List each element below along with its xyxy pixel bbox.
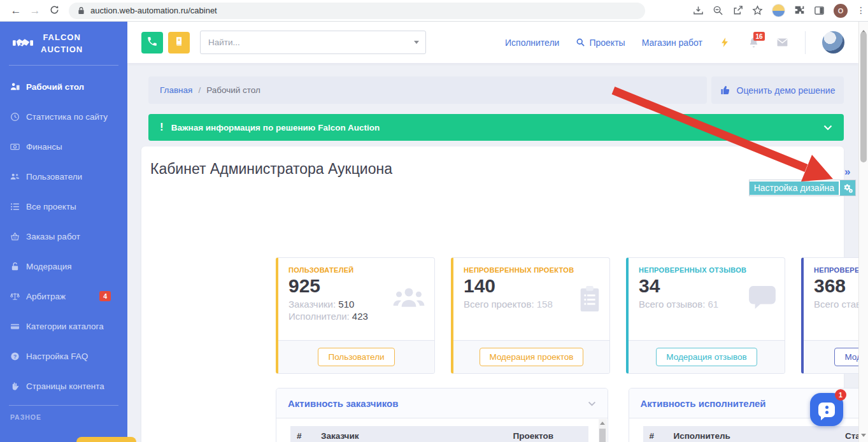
help-widget-peek[interactable] bbox=[76, 437, 136, 442]
zoom-out-icon[interactable] bbox=[713, 5, 723, 16]
sidebar-item-users[interactable]: Пользователи bbox=[0, 162, 127, 192]
rate-demo-label: Оценить демо решение bbox=[737, 85, 836, 96]
notifications-count-badge: 16 bbox=[753, 32, 765, 41]
hand-icon bbox=[10, 381, 20, 391]
mail-icon[interactable] bbox=[776, 36, 788, 48]
stat-card-unverified-bids: НЕПРОВЕРЕННЫХ СТАВОК 368 Всего ставок: 3… bbox=[801, 257, 858, 374]
rate-demo-button[interactable]: Оценить демо решение bbox=[711, 76, 844, 104]
sidebar-item-site-stats[interactable]: Статистика по сайту bbox=[0, 102, 127, 132]
design-settings-tooltip[interactable]: Настройка дизайна bbox=[750, 180, 855, 196]
brand[interactable]: FALCON AUCTION bbox=[0, 22, 127, 65]
browser-profile-avatar[interactable]: O bbox=[834, 4, 848, 18]
gears-icon[interactable] bbox=[840, 180, 855, 196]
chat-bubble-icon bbox=[818, 403, 835, 417]
thumb-up-icon bbox=[720, 85, 731, 96]
chevron-down-icon[interactable] bbox=[823, 122, 832, 133]
chevron-down-icon[interactable] bbox=[588, 397, 596, 409]
sidebar-item-label: Настройка FAQ bbox=[26, 352, 88, 361]
lightning-icon[interactable] bbox=[719, 36, 731, 48]
install-icon[interactable] bbox=[693, 5, 704, 16]
scrollbar-thumb[interactable] bbox=[599, 429, 606, 442]
column-header: Заказчик bbox=[315, 426, 507, 442]
nav-link-projects[interactable]: Проекты bbox=[576, 38, 625, 48]
search-icon bbox=[576, 38, 585, 47]
scroll-up-icon[interactable] bbox=[599, 419, 607, 427]
sidebar-item-catalog-categories[interactable]: Категории каталога bbox=[0, 311, 127, 341]
list-icon bbox=[10, 202, 20, 211]
important-info-banner[interactable]: ! Важная информация по решению Falcon Au… bbox=[148, 114, 844, 141]
design-settings-label: Настройка дизайна bbox=[750, 182, 839, 195]
stat-card-body: НЕПРОВЕРЕННЫХ СТАВОК 368 Всего ставок: 3… bbox=[804, 258, 858, 340]
basket-icon bbox=[10, 232, 20, 241]
topbar-divider bbox=[805, 31, 806, 54]
handbook-button[interactable] bbox=[168, 32, 190, 53]
sidebar-item-arbitration[interactable]: Арбитраж 4 bbox=[0, 282, 127, 311]
book-icon bbox=[174, 36, 184, 49]
review-moderation-button[interactable]: Модерация отзывов bbox=[656, 348, 757, 366]
sidebar-item-work-orders[interactable]: Заказы работ bbox=[0, 222, 127, 252]
nav-link-executors[interactable]: Исполнители bbox=[505, 38, 559, 48]
stat-card-unverified-projects: НЕПРОВЕРЕННЫХ ПРОЕКТОВ 140 Всего проекто… bbox=[451, 257, 610, 374]
stat-card-body: НЕПРОВЕРЕННЫХ ПРОЕКТОВ 140 Всего проекто… bbox=[453, 258, 609, 340]
chevron-down-icon[interactable] bbox=[414, 41, 419, 44]
extensions-puzzle-icon[interactable] bbox=[794, 5, 805, 16]
stat-value: 368 bbox=[814, 275, 858, 297]
arbitration-count-badge: 4 bbox=[99, 291, 111, 301]
browser-back-icon[interactable]: ← bbox=[6, 4, 25, 17]
sidebar-item-label: Категории каталога bbox=[26, 322, 104, 331]
scrollbar-thumb[interactable] bbox=[860, 32, 867, 162]
customer-activity-table: # Заказчик Проектов 1 Смирнов Илья Васил… bbox=[290, 426, 588, 442]
sidebar-item-label: Финансы bbox=[26, 142, 62, 152]
column-header: # bbox=[290, 426, 315, 442]
browser-forward-icon[interactable]: → bbox=[25, 4, 45, 17]
nav-link-work-shop[interactable]: Магазин работ bbox=[642, 38, 702, 48]
sidebar-item-label: Модерация bbox=[26, 262, 72, 271]
column-header: Исполнитель bbox=[667, 426, 839, 442]
project-moderation-button[interactable]: Модерация проектов bbox=[480, 348, 584, 366]
notifications-bell-icon[interactable]: 16 bbox=[748, 36, 760, 48]
users-icon bbox=[10, 172, 20, 182]
share-icon[interactable] bbox=[732, 5, 743, 16]
chat-widget-button[interactable]: 1 bbox=[810, 393, 843, 426]
sidebar-item-label: Все проекты bbox=[26, 202, 76, 211]
sidebar-item-finances[interactable]: Финансы bbox=[0, 132, 127, 162]
page-scrollbar[interactable] bbox=[858, 22, 868, 442]
search-input[interactable] bbox=[208, 38, 414, 47]
stat-card-body: НЕПРОВЕРЕННЫХ ОТЗЫВОВ 34 Всего отзывов: … bbox=[629, 258, 785, 340]
sidebar-section-misc: РАЗНОЕ bbox=[0, 406, 127, 424]
breadcrumb-home-link[interactable]: Главная bbox=[160, 85, 192, 95]
executor-activity-table: # Исполнитель Ставок на проекты 1 Ивченк… bbox=[643, 426, 859, 442]
phone-button[interactable] bbox=[141, 32, 163, 53]
bid-moderation-button[interactable]: Модерация ставок bbox=[834, 348, 858, 366]
address-bar[interactable]: auction.web-automation.ru/cabinet bbox=[69, 3, 645, 19]
url-text: auction.web-automation.ru/cabinet bbox=[90, 6, 217, 15]
browser-menu-icon[interactable]: ⋮ bbox=[857, 9, 862, 12]
comment-icon bbox=[749, 286, 776, 313]
collapse-panel-button[interactable]: » bbox=[844, 166, 850, 178]
table-wrap: # Заказчик Проектов 1 Смирнов Илья Васил… bbox=[276, 418, 608, 442]
scroll-down-icon[interactable] bbox=[859, 428, 868, 439]
stat-card-footer: Модерация проектов bbox=[453, 340, 609, 373]
breadcrumb-separator: / bbox=[198, 85, 201, 95]
lock-icon bbox=[10, 262, 20, 271]
sidebar-item-moderation[interactable]: Модерация bbox=[0, 252, 127, 282]
stat-card-footer: Модерация отзывов bbox=[629, 340, 785, 373]
sidebar-item-content-pages[interactable]: Страницы контента bbox=[0, 371, 127, 401]
sidebar-item-dashboard[interactable]: Рабочий стол bbox=[0, 72, 127, 102]
sidebar-item-faq-settings[interactable]: ? Настройка FAQ bbox=[0, 341, 127, 371]
table-scrollbar[interactable] bbox=[599, 419, 607, 442]
breadcrumb: Главная / Рабочий стол bbox=[148, 76, 707, 104]
users-group-icon bbox=[392, 286, 425, 311]
users-button[interactable]: Пользователи bbox=[318, 348, 394, 366]
browser-chrome: ← → auction.web-automation.ru/cabinet O … bbox=[0, 0, 868, 22]
user-avatar[interactable] bbox=[822, 31, 844, 53]
sidebar-item-all-projects[interactable]: Все проекты bbox=[0, 192, 127, 222]
bookmark-star-icon[interactable] bbox=[752, 5, 763, 16]
browser-reload-icon[interactable] bbox=[45, 5, 64, 17]
card-title: Активность заказчиков bbox=[288, 398, 398, 409]
clipboard-icon bbox=[579, 286, 601, 315]
sidebar-item-label: Арбитраж bbox=[26, 292, 66, 301]
sidebar-item-label: Рабочий стол bbox=[26, 82, 84, 92]
side-panel-icon[interactable] bbox=[814, 5, 825, 16]
extension-avatar-icon[interactable] bbox=[772, 4, 785, 17]
